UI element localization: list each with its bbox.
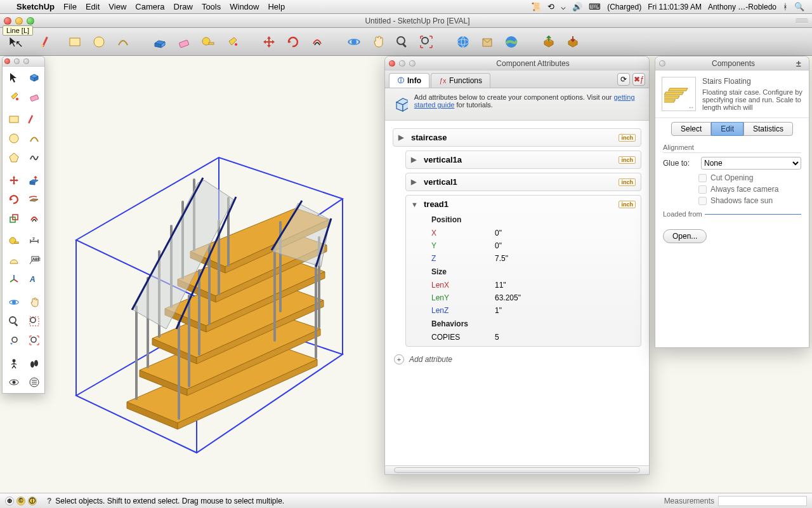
palette-minimize-button[interactable] bbox=[14, 58, 20, 64]
pushpull-tool[interactable] bbox=[24, 171, 44, 190]
menu-file[interactable]: File bbox=[63, 2, 77, 11]
zoom-tool[interactable] bbox=[4, 312, 24, 331]
rectangle-tool[interactable] bbox=[4, 110, 24, 129]
cut-opening-checkbox[interactable] bbox=[698, 174, 707, 182]
circle-tool[interactable] bbox=[89, 32, 109, 52]
zoom-window-tool[interactable] bbox=[24, 312, 44, 331]
eraser-tool[interactable] bbox=[24, 87, 44, 106]
tab-info[interactable]: ⓘInfo bbox=[389, 73, 429, 88]
volume-icon[interactable]: 🔊 bbox=[572, 2, 582, 11]
disclosure-triangle-icon[interactable]: ▶ bbox=[411, 156, 419, 164]
position-camera-tool[interactable] bbox=[4, 354, 24, 373]
sync-icon[interactable]: ⟲ bbox=[547, 2, 554, 11]
zoom-extents-tool[interactable] bbox=[416, 32, 436, 52]
measurements-input[interactable] bbox=[718, 496, 807, 506]
attr-value[interactable]: 5 bbox=[495, 333, 641, 342]
followme-tool[interactable] bbox=[24, 190, 44, 209]
script-menu-icon[interactable]: 📜 bbox=[531, 2, 541, 11]
window-minimize-button[interactable] bbox=[15, 17, 23, 25]
component-thumbnail[interactable] bbox=[662, 77, 696, 111]
menu-edit[interactable]: Edit bbox=[86, 2, 100, 11]
always-face-camera-checkbox[interactable] bbox=[698, 185, 707, 194]
rotate-tool[interactable] bbox=[4, 190, 24, 209]
attr-value[interactable]: 0" bbox=[495, 241, 641, 250]
units-badge[interactable]: inch bbox=[619, 156, 636, 164]
system-clock[interactable]: Fri 11:01:39 AM bbox=[648, 3, 702, 11]
battery-status[interactable]: (Charged) bbox=[607, 3, 641, 11]
look-around-tool[interactable] bbox=[4, 373, 24, 392]
orbit-tool[interactable] bbox=[4, 293, 24, 312]
freehand-tool[interactable] bbox=[24, 148, 44, 167]
zoom-tool[interactable] bbox=[392, 32, 412, 52]
rotate-tool[interactable] bbox=[283, 32, 303, 52]
spotlight-icon[interactable]: 🔍 bbox=[794, 2, 804, 11]
attr-row[interactable]: COPIES 5 bbox=[425, 331, 641, 344]
menu-view[interactable]: View bbox=[108, 2, 126, 11]
zoom-extents-tool[interactable] bbox=[24, 331, 44, 350]
3dtext-tool[interactable]: A bbox=[24, 270, 44, 289]
get-models-tool[interactable] bbox=[453, 32, 473, 52]
disclosure-triangle-icon[interactable]: ▼ bbox=[411, 201, 419, 208]
menu-camera[interactable]: Camera bbox=[135, 2, 164, 11]
geo-location-icon[interactable]: ⊕ bbox=[5, 497, 14, 505]
tape-measure-tool[interactable] bbox=[198, 32, 218, 52]
eraser-tool[interactable] bbox=[174, 32, 194, 52]
scale-tool[interactable] bbox=[4, 209, 24, 228]
horizontal-scrollbar[interactable] bbox=[385, 465, 649, 474]
pan-tool[interactable] bbox=[24, 293, 44, 312]
google-earth-tool[interactable] bbox=[501, 32, 521, 52]
orbit-tool[interactable] bbox=[344, 32, 364, 52]
menu-help[interactable]: Help bbox=[268, 2, 285, 11]
loaded-from-field[interactable] bbox=[705, 214, 801, 215]
arc-tool[interactable] bbox=[24, 129, 44, 148]
attr-row[interactable]: LenX 11" bbox=[425, 279, 641, 291]
attr-value[interactable]: 11" bbox=[495, 281, 641, 290]
tab-statistics[interactable]: Statistics bbox=[743, 122, 793, 136]
move-tool[interactable] bbox=[4, 171, 24, 190]
attr-value[interactable]: 63.205" bbox=[495, 293, 641, 302]
disclosure-triangle-icon[interactable]: ▶ bbox=[398, 133, 406, 142]
attr-row[interactable]: Z 7.5" bbox=[425, 252, 641, 265]
attr-value[interactable]: 1" bbox=[495, 306, 641, 315]
move-tool[interactable] bbox=[259, 32, 279, 52]
disclosure-triangle-icon[interactable]: ▶ bbox=[411, 178, 419, 186]
attr-value[interactable]: 0" bbox=[495, 229, 641, 237]
panel-minimize-button[interactable] bbox=[399, 60, 405, 67]
glue-to-select[interactable]: None bbox=[701, 157, 801, 170]
tab-select[interactable]: Select bbox=[671, 122, 711, 136]
keyboard-icon[interactable]: ⌨︎ bbox=[589, 2, 601, 11]
palette-zoom-button[interactable] bbox=[23, 58, 29, 64]
wifi-icon[interactable]: ⌵ bbox=[561, 2, 566, 11]
panel-zoom-button[interactable] bbox=[409, 60, 416, 67]
section-plane-tool[interactable] bbox=[24, 373, 44, 392]
line-tool[interactable] bbox=[24, 110, 44, 129]
panel-close-button[interactable] bbox=[389, 60, 395, 67]
attr-value[interactable]: 7.5" bbox=[495, 254, 641, 263]
shadows-face-sun-checkbox[interactable] bbox=[698, 197, 707, 205]
attr-group-header[interactable]: ▼ tread1 inch bbox=[406, 196, 641, 213]
attr-row[interactable]: LenZ 1" bbox=[425, 304, 641, 317]
attr-group-header[interactable]: ▶ staircase inch bbox=[393, 129, 641, 146]
export-tool[interactable] bbox=[538, 32, 558, 52]
window-close-button[interactable] bbox=[4, 17, 11, 25]
dimension-tool[interactable]: 3' bbox=[24, 232, 44, 251]
panel-collapse-button[interactable]: ± bbox=[796, 58, 805, 69]
walk-tool[interactable] bbox=[24, 354, 44, 373]
pushpull-tool[interactable] bbox=[150, 32, 170, 52]
arc-tool[interactable] bbox=[113, 32, 133, 52]
menu-window[interactable]: Window bbox=[230, 2, 259, 11]
paint-bucket-tool[interactable] bbox=[4, 87, 24, 106]
model-info-icon[interactable]: ⓘ bbox=[28, 497, 37, 505]
attr-group-header[interactable]: ▶ vertical1 inch bbox=[406, 173, 641, 190]
units-badge[interactable]: inch bbox=[619, 134, 636, 142]
attr-row[interactable]: LenY 63.205" bbox=[425, 291, 641, 304]
panel-close-button[interactable] bbox=[659, 60, 665, 67]
units-badge[interactable]: inch bbox=[619, 178, 636, 186]
line-tool[interactable] bbox=[41, 32, 61, 52]
protractor-tool[interactable] bbox=[4, 251, 24, 270]
polygon-tool[interactable] bbox=[4, 148, 24, 167]
toolbar-grip-icon[interactable] bbox=[796, 18, 808, 23]
palette-close-button[interactable] bbox=[4, 58, 10, 64]
window-zoom-button[interactable] bbox=[27, 17, 34, 25]
app-name[interactable]: SketchUp bbox=[16, 2, 55, 11]
